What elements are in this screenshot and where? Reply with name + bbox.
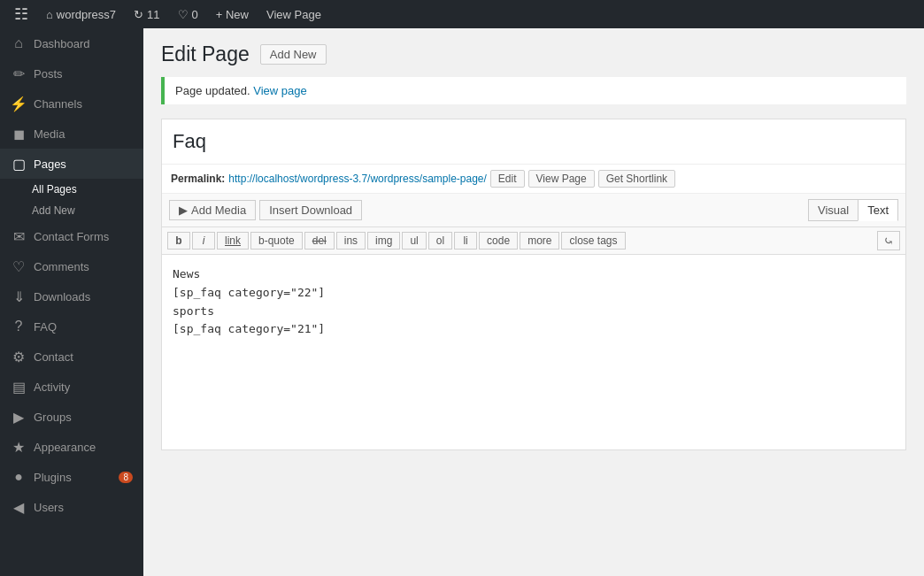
expand-editor-button[interactable]: ⤿ bbox=[877, 231, 900, 250]
updates-icon: ↻ bbox=[134, 8, 143, 21]
sidebar-item-label: Activity bbox=[34, 380, 70, 394]
format-link-button[interactable]: link bbox=[217, 232, 249, 250]
editor-content[interactable]: News [sp_faq category="22"] sports [sp_f… bbox=[162, 255, 905, 449]
format-ins-button[interactable]: ins bbox=[336, 232, 366, 250]
sidebar-item-appearance[interactable]: ★ Appearance bbox=[0, 432, 143, 462]
sidebar-subitem-all-pages[interactable]: All Pages bbox=[0, 179, 143, 200]
main-content: Edit Page Add New Page updated. View pag… bbox=[143, 28, 924, 576]
sidebar-item-media[interactable]: ◼ Media bbox=[0, 119, 143, 149]
format-more-button[interactable]: more bbox=[520, 232, 559, 250]
format-bold-button[interactable]: b bbox=[167, 232, 190, 250]
format-img-button[interactable]: img bbox=[367, 232, 400, 250]
sidebar-item-downloads[interactable]: ⇓ Downloads bbox=[0, 281, 143, 311]
media-icon: ◼ bbox=[11, 126, 27, 142]
format-close-tags-button[interactable]: close tags bbox=[561, 232, 625, 250]
add-media-icon: ▶ bbox=[179, 204, 188, 217]
editor-toolbar: ▶ Add Media Insert Download Visual Text bbox=[162, 194, 905, 227]
wp-logo-icon: ☷ bbox=[14, 4, 28, 24]
updated-notice: Page updated. View page bbox=[161, 77, 906, 104]
sidebar-item-plugins[interactable]: ● Plugins 8 bbox=[0, 462, 143, 492]
home-icon: ⌂ bbox=[46, 8, 53, 21]
sidebar-item-comments[interactable]: ♡ Comments bbox=[0, 251, 143, 281]
format-code-button[interactable]: code bbox=[479, 232, 518, 250]
site-name: wordpress7 bbox=[57, 8, 116, 21]
sidebar-item-label: Pages bbox=[34, 157, 66, 171]
posts-icon: ✏ bbox=[11, 65, 27, 81]
format-del-button[interactable]: del bbox=[304, 232, 335, 250]
sidebar-item-activity[interactable]: ▤ Activity bbox=[0, 372, 143, 402]
permalink-edit-button[interactable]: Edit bbox=[490, 170, 525, 188]
channels-icon: ⚡ bbox=[11, 96, 27, 111]
sidebar-item-label: Dashboard bbox=[34, 37, 90, 50]
plugins-icon: ● bbox=[11, 469, 27, 485]
comments-count: 0 bbox=[192, 8, 198, 21]
tab-text[interactable]: Text bbox=[858, 199, 898, 221]
format-italic-button[interactable]: i bbox=[192, 232, 215, 250]
faq-icon: ? bbox=[11, 319, 27, 334]
notice-text: Page updated. bbox=[175, 84, 250, 97]
title-area bbox=[162, 119, 905, 165]
all-pages-label: All Pages bbox=[32, 183, 77, 196]
sidebar-item-label: Plugins bbox=[34, 471, 72, 484]
comments-sidebar-icon: ♡ bbox=[11, 258, 27, 274]
sidebar-item-groups[interactable]: ▶ Groups bbox=[0, 402, 143, 432]
sidebar-item-label: Comments bbox=[34, 260, 89, 273]
sidebar-item-contact[interactable]: ⚙ Contact bbox=[0, 342, 143, 372]
admin-bar: ☷ ⌂ wordpress7 ↻ 11 ♡ 0 + New View Page bbox=[0, 0, 924, 28]
content-line-2: [sp_faq category="22"] bbox=[173, 284, 895, 303]
sidebar-item-channels[interactable]: ⚡ Channels bbox=[0, 88, 143, 119]
permalink-url[interactable]: http://localhost/wordpress-3.7/wordpress… bbox=[228, 173, 486, 185]
format-ul-button[interactable]: ul bbox=[402, 232, 426, 250]
pages-icon: ▢ bbox=[11, 156, 27, 172]
activity-icon: ▤ bbox=[11, 379, 27, 395]
sidebar-item-label: Contact bbox=[34, 350, 73, 364]
updates-count: 11 bbox=[147, 8, 159, 21]
add-new-pages-label: Add New bbox=[32, 204, 75, 217]
add-media-button[interactable]: ▶ Add Media bbox=[169, 200, 256, 220]
sidebar-item-label: Users bbox=[34, 501, 64, 514]
view-page-link[interactable]: View page bbox=[253, 84, 306, 97]
sidebar-item-label: Groups bbox=[34, 411, 72, 424]
dashboard-icon: ⌂ bbox=[11, 35, 27, 51]
title-input[interactable] bbox=[169, 127, 898, 157]
sidebar-item-label: Posts bbox=[34, 67, 63, 81]
updates-item[interactable]: ↻ 11 bbox=[127, 0, 166, 28]
toolbar-left: ▶ Add Media Insert Download bbox=[169, 200, 362, 220]
view-page-item[interactable]: View Page bbox=[259, 0, 328, 28]
users-icon: ◀ bbox=[11, 499, 27, 515]
comments-item[interactable]: ♡ 0 bbox=[171, 0, 205, 28]
permalink-view-button[interactable]: View Page bbox=[528, 170, 595, 188]
sidebar-item-users[interactable]: ◀ Users bbox=[0, 492, 143, 522]
sidebar-item-label: Channels bbox=[34, 97, 82, 111]
format-ol-button[interactable]: ol bbox=[428, 232, 452, 250]
sidebar-item-label: Contact Forms bbox=[34, 230, 109, 243]
contact-forms-icon: ✉ bbox=[11, 228, 27, 244]
sidebar-subitem-add-new[interactable]: Add New bbox=[0, 200, 143, 221]
content-line-3: sports bbox=[173, 303, 895, 321]
wp-logo-item[interactable]: ☷ bbox=[7, 0, 35, 28]
format-li-button[interactable]: li bbox=[454, 232, 477, 250]
sidebar-item-label: Downloads bbox=[34, 290, 90, 303]
view-page-label: View Page bbox=[266, 8, 321, 21]
format-bquote-button[interactable]: b-quote bbox=[250, 232, 303, 250]
sidebar-item-pages[interactable]: ▢ Pages bbox=[0, 149, 143, 179]
sidebar-item-contact-forms[interactable]: ✉ Contact Forms bbox=[0, 221, 143, 251]
content-line-4: [sp_faq category="21"] bbox=[173, 320, 895, 339]
groups-icon: ▶ bbox=[11, 409, 27, 425]
new-item[interactable]: + New bbox=[209, 0, 256, 28]
sidebar-item-faq[interactable]: ? FAQ bbox=[0, 311, 143, 342]
tab-visual[interactable]: Visual bbox=[808, 199, 858, 221]
sidebar-item-dashboard[interactable]: ⌂ Dashboard bbox=[0, 28, 143, 58]
sidebar: ⌂ Dashboard ✏ Posts ⚡ Channels ◼ Media ▢… bbox=[0, 28, 143, 576]
permalink-shortlink-button[interactable]: Get Shortlink bbox=[598, 170, 675, 188]
site-name-item[interactable]: ⌂ wordpress7 bbox=[39, 0, 123, 28]
add-new-button[interactable]: Add New bbox=[260, 44, 327, 65]
insert-download-button[interactable]: Insert Download bbox=[259, 200, 362, 220]
post-editor: Permalink: http://localhost/wordpress-3.… bbox=[161, 119, 906, 450]
contact-icon: ⚙ bbox=[11, 349, 27, 365]
page-heading: Edit Page Add New bbox=[161, 42, 906, 66]
new-label: + New bbox=[216, 8, 249, 21]
sidebar-item-posts[interactable]: ✏ Posts bbox=[0, 58, 143, 88]
content-line-1: News bbox=[173, 265, 895, 284]
plugins-badge: 8 bbox=[119, 472, 133, 483]
